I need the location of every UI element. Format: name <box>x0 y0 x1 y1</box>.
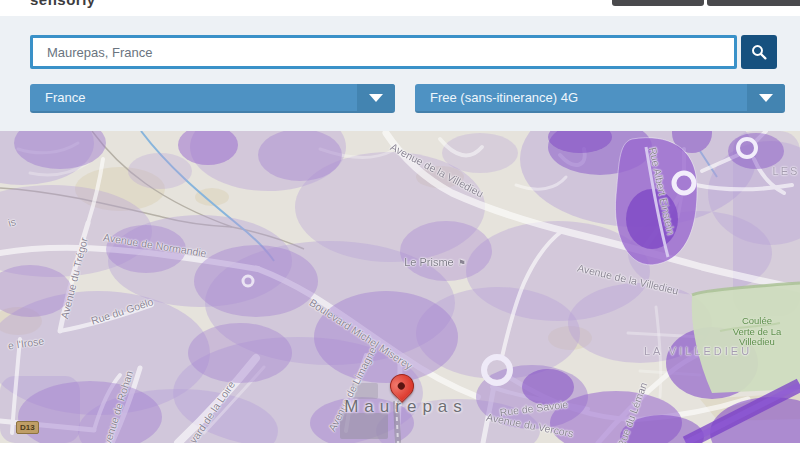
poi-le-prisme: Le Prisme⚑ <box>404 256 466 268</box>
park-label-line3: Villedieu <box>733 337 782 348</box>
sensorly-logo-text: sensorly <box>30 0 96 8</box>
search-input[interactable] <box>30 35 737 69</box>
road-badge-d13: D13 <box>16 421 39 434</box>
city-label-maurepas: Maurepas <box>344 397 468 417</box>
district-label-les: LES <box>773 165 800 177</box>
country-dropdown-arrowbox <box>357 84 395 111</box>
control-panel: France Free (sans-itinerance) 4G <box>0 16 800 131</box>
header-button-right[interactable] <box>707 0 800 6</box>
flag-icon: ⚑ <box>458 258 466 268</box>
search-button[interactable] <box>741 35 777 69</box>
poi-le-prisme-label: Le Prisme <box>404 256 454 268</box>
chevron-down-icon <box>759 94 773 102</box>
sensorly-coverage-page: sensorly France Free (sans-itinerance) 4… <box>0 0 800 450</box>
header-button-left[interactable] <box>612 0 704 6</box>
park-label-coulee-verte: Coulée Verte de La Villedieu <box>733 316 782 348</box>
coverage-map[interactable]: is Avenue de Normandie Avenue du Trégor … <box>0 131 800 443</box>
country-dropdown-value: France <box>45 84 85 111</box>
magnifier-icon <box>750 43 768 61</box>
network-dropdown[interactable]: Free (sans-itinerance) 4G <box>415 84 785 113</box>
network-dropdown-value: Free (sans-itinerance) 4G <box>430 84 578 111</box>
network-dropdown-arrowbox <box>747 84 785 111</box>
country-dropdown[interactable]: France <box>30 84 395 113</box>
park-label-line1: Coulée <box>733 316 782 327</box>
chevron-down-icon <box>369 94 383 102</box>
sensorly-logo[interactable]: sensorly <box>30 0 150 9</box>
